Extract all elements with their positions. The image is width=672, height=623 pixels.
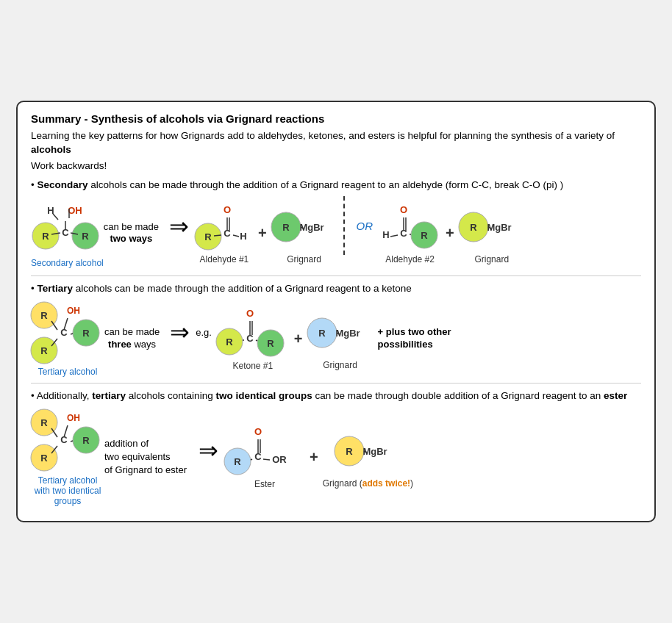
grignard1-label: Grignard (287, 254, 321, 264)
svg-text:R: R (40, 345, 48, 356)
page-title: Summary - Synthesis of alcohols via Grig… (31, 112, 641, 125)
svg-text:OH: OH (67, 413, 80, 423)
svg-line-83 (251, 459, 252, 460)
section2-rule: • Tertiary alcohols can be made through … (31, 282, 641, 296)
svg-text:R: R (82, 231, 89, 242)
svg-text:OH: OH (67, 306, 80, 316)
secondary-diagram-row: R R C OH H Secondary a (31, 196, 641, 270)
svg-text:MgBr: MgBr (487, 222, 511, 233)
svg-text:OH: OH (68, 205, 82, 216)
plus-2: + (446, 225, 454, 242)
grignard4-svg: R MgBr (335, 425, 401, 477)
svg-text:R: R (42, 231, 49, 242)
tertiary-two-label: Tertiary alcohol with two identical grou… (35, 475, 101, 506)
addition-text: addition oftwo equivalentsof Grignard to… (104, 437, 187, 478)
svg-text:R: R (267, 338, 274, 349)
ester-label: Ester (254, 479, 275, 489)
svg-text:MgBr: MgBr (363, 446, 387, 457)
svg-line-49 (71, 334, 73, 334)
ketone1-svg: R C O R (216, 306, 290, 359)
double-arrow-2: ⇒ (170, 318, 190, 346)
ester-svg: R C O OR (224, 425, 305, 478)
svg-text:R: R (204, 231, 212, 242)
tertiary-two-col: R R R C OH Tertiary al (31, 408, 104, 506)
grignard4-col: R MgBr Grignard (adds twice!) (323, 425, 413, 489)
section1-rule: • Secondary alcohols can be made through… (31, 179, 641, 192)
secondary-alcohol-label: Secondary alcohol (31, 258, 104, 268)
aldehyde2-svg: H C O R (379, 201, 441, 253)
secondary-alcohol-col: R R C OH H Secondary a (31, 198, 104, 268)
plus-3: + (294, 331, 303, 347)
plus-4: + (310, 449, 318, 466)
tertiary-diagram-row: R R R C OH Tertiary al (31, 300, 641, 377)
divider-2 (31, 383, 641, 383)
grignard1-svg: R MgBr (271, 201, 337, 253)
grignard2-label: Grignard (474, 254, 509, 264)
svg-text:R: R (282, 222, 290, 233)
svg-line-59 (256, 340, 257, 341)
ketone1-col: R C O R Ketone #1 (216, 306, 290, 371)
plus-1: + (258, 225, 267, 242)
svg-text:R: R (226, 336, 233, 347)
tertiary-alcohol-svg: R R R C OH (31, 300, 104, 365)
grignard1-col: R MgBr Grignard (271, 201, 337, 264)
secondary-alcohol-svg: R R C OH H (32, 198, 102, 256)
svg-text:H: H (240, 231, 246, 242)
aldehyde1-label: Aldehyde #1 (200, 254, 249, 264)
can-be-made-two: can be madetwo ways (104, 221, 159, 246)
ketone1-label: Ketone #1 (233, 361, 274, 371)
svg-text:R: R (470, 222, 477, 233)
svg-text:R: R (346, 446, 354, 457)
svg-line-32 (390, 235, 398, 237)
grignard3-label: Grignard (323, 360, 357, 370)
grignard4-label: Grignard (adds twice!) (323, 478, 413, 489)
can-be-made-three: can be madethree ways (104, 326, 160, 351)
svg-line-19 (214, 235, 221, 236)
work-backwards-text: Work backwards! (31, 160, 641, 171)
svg-line-9 (53, 214, 58, 220)
divider-1 (31, 276, 641, 276)
adds-twice-text: adds twice! (362, 478, 410, 489)
svg-line-84 (263, 459, 270, 460)
svg-text:MgBr: MgBr (299, 222, 324, 233)
svg-text:O: O (254, 426, 262, 437)
svg-text:R: R (234, 456, 241, 467)
svg-text:H: H (382, 229, 389, 240)
intro-text: Learning the key patterns for how Grigna… (31, 129, 641, 157)
tertiary-two-svg: R R R C OH (31, 408, 104, 474)
or-text-1: OR (357, 220, 373, 232)
grignard2-svg: R MgBr (459, 201, 525, 253)
svg-text:OR: OR (272, 454, 287, 465)
svg-text:O: O (246, 308, 254, 319)
svg-text:R: R (40, 453, 48, 464)
main-card: Summary - Synthesis of alcohols via Grig… (16, 101, 656, 522)
svg-text:O: O (224, 204, 231, 215)
aldehyde2-col: H C O R Aldehyde #2 (379, 201, 441, 264)
ester-diagram-row: R R R C OH Tertiary al (31, 408, 641, 506)
aldehyde1-col: R C O H Aldehyde #1 (195, 201, 254, 264)
grignard2-col: R MgBr Grignard (459, 201, 525, 264)
section3-rule: • Additionally, tertiary alcohols contai… (31, 389, 641, 403)
grignard3-svg: R MgBr (307, 307, 373, 359)
svg-text:R: R (40, 417, 48, 428)
svg-line-75 (71, 441, 73, 442)
svg-text:O: O (400, 204, 407, 215)
tertiary-alcohol-col: R R R C OH Tertiary al (31, 300, 104, 377)
svg-text:R: R (82, 435, 90, 446)
tertiary-alcohol-label: Tertiary alcohol (38, 367, 98, 377)
aldehyde1-svg: R C O H (195, 201, 254, 253)
eg-label: e.g. (196, 327, 212, 338)
double-arrow-3: ⇒ (199, 436, 218, 464)
svg-text:R: R (421, 230, 428, 241)
svg-text:R: R (40, 310, 48, 321)
svg-line-20 (233, 235, 239, 237)
svg-text:MgBr: MgBr (335, 328, 360, 339)
double-arrow-1: ⇒ (169, 212, 189, 240)
svg-text:R: R (82, 328, 90, 339)
ester-col: R C O OR Ester (224, 425, 305, 489)
aldehyde2-label: Aldehyde #2 (385, 254, 435, 264)
dotted-divider-1 (343, 196, 345, 255)
grignard3-col: R MgBr Grignard (307, 307, 373, 370)
plus-two-other: + plus two otherpossibilities (378, 326, 451, 351)
svg-text:R: R (318, 328, 326, 339)
